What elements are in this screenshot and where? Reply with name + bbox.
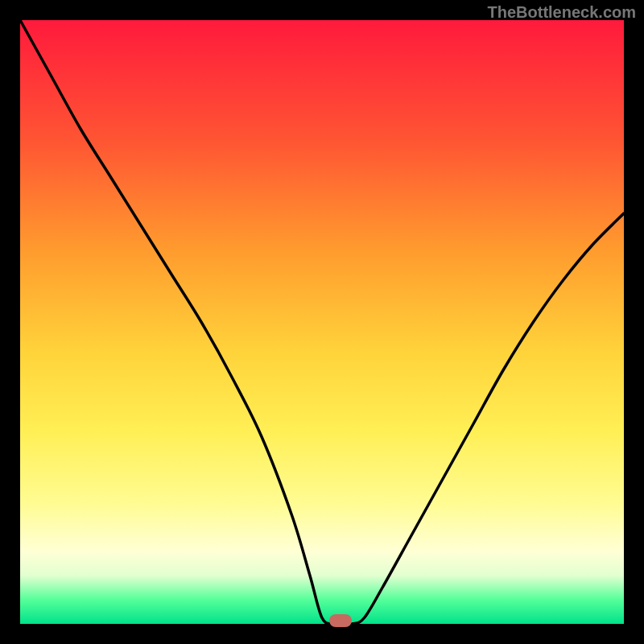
curve-path <box>20 20 624 624</box>
optimal-point-marker <box>329 614 352 627</box>
chart-frame: TheBottleneck.com <box>0 0 644 644</box>
bottleneck-curve <box>20 20 624 624</box>
plot-area <box>20 20 624 624</box>
watermark-label: TheBottleneck.com <box>488 3 636 22</box>
